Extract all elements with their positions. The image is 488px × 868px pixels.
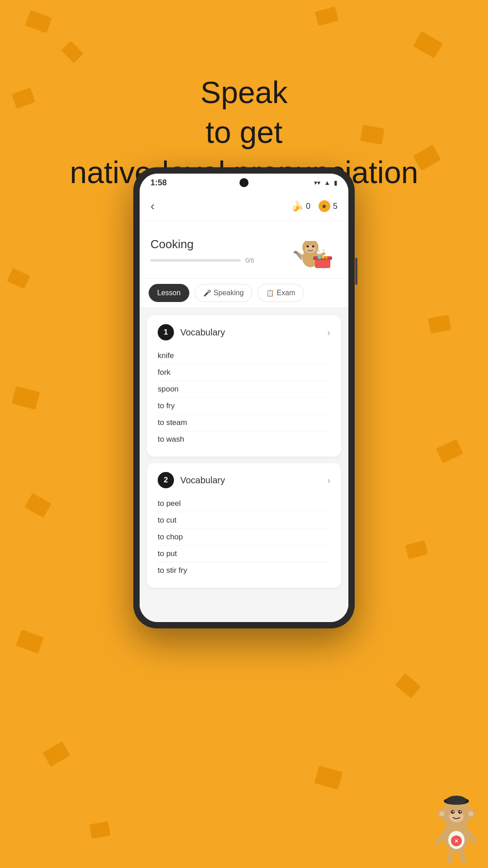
word-to-fry: to fry <box>158 398 330 415</box>
svg-point-13 <box>294 251 297 254</box>
word-to-wash: to wash <box>158 431 330 448</box>
scroll-content: 1 Vocabulary › knife fork spoon to fry t… <box>140 308 348 622</box>
word-to-put: to put <box>158 546 330 562</box>
course-mascot <box>288 230 338 271</box>
star-count: 5 <box>333 202 338 211</box>
course-title: Cooking <box>150 237 288 251</box>
word-to-chop: to chop <box>158 529 330 546</box>
word-to-steam: to steam <box>158 415 330 431</box>
svg-point-6 <box>307 245 309 248</box>
nav-coins: 🍌 0 ★ 5 <box>291 200 338 212</box>
confetti-piece <box>16 629 44 653</box>
course-header: Cooking 0/6 <box>140 221 348 278</box>
confetti-piece <box>428 315 451 333</box>
wifi-icon: ▾▾ <box>314 179 320 186</box>
confetti-piece <box>25 10 52 33</box>
signal-icon: ▲ <box>324 179 330 186</box>
chevron-right-2: › <box>327 475 330 486</box>
confetti-piece <box>436 439 464 463</box>
svg-point-26 <box>460 811 461 812</box>
confetti-piece <box>42 741 70 767</box>
hero-line2: to get <box>206 115 282 149</box>
svg-point-4 <box>306 233 315 239</box>
vocab-card-1-header: 1 Vocabulary › <box>158 324 330 340</box>
word-knife: knife <box>158 348 330 364</box>
star-counter: ★ 5 <box>319 200 338 212</box>
word-spoon: spoon <box>158 381 330 398</box>
top-nav: ‹ 🍌 0 ★ 5 <box>140 192 348 221</box>
vocab-words-2: to peel to cut to chop to put to stir fr… <box>158 495 330 579</box>
vocab-header-left-2: 2 Vocabulary <box>158 472 225 488</box>
tab-lesson[interactable]: Lesson <box>149 284 189 302</box>
svg-line-34 <box>461 850 464 861</box>
confetti-piece <box>7 268 30 289</box>
word-to-stir-fry: to stir fry <box>158 562 330 579</box>
course-info: Cooking 0/6 <box>150 237 288 264</box>
word-fork: fork <box>158 364 330 381</box>
phone-outer: 1:58 ▾▾ ▲ ▮ ‹ 🍌 0 <box>133 167 355 628</box>
tab-lesson-label: Lesson <box>157 289 181 297</box>
svg-point-15 <box>322 256 324 259</box>
app-content: ‹ 🍌 0 ★ 5 Cooking <box>140 192 348 622</box>
status-bar: 1:58 ▾▾ ▲ ▮ <box>140 174 348 192</box>
tab-exam-label: Exam <box>277 289 295 297</box>
tab-bar: Lesson 🎤 Speaking 📋 Exam <box>140 278 348 308</box>
vocab-label-1: Vocabulary <box>180 327 225 338</box>
tab-exam[interactable]: 📋 Exam <box>258 284 304 302</box>
tab-speaking-label: Speaking <box>214 289 244 297</box>
confetti-piece <box>413 31 443 58</box>
chevron-right-1: › <box>327 327 330 338</box>
banana-counter: 🍌 0 <box>291 200 310 212</box>
battery-icon: ▮ <box>334 179 338 186</box>
confetti-piece <box>395 673 421 698</box>
confetti-piece <box>12 386 40 410</box>
svg-point-28 <box>439 811 445 816</box>
phone-screen: 1:58 ▾▾ ▲ ▮ ‹ 🍌 0 <box>140 174 348 622</box>
vocab-words-1: knife fork spoon to fry to steam to wash <box>158 348 330 448</box>
vocab-num-1: 1 <box>158 324 174 340</box>
banana-icon: 🍌 <box>291 200 303 212</box>
progress-bar <box>150 259 241 262</box>
hero-line1: Speak <box>201 75 288 109</box>
svg-point-16 <box>325 256 328 259</box>
mascot-svg <box>288 230 338 271</box>
confetti-piece <box>61 41 83 63</box>
camera-notch <box>239 178 249 187</box>
vocab-card-2-header: 2 Vocabulary › <box>158 472 330 488</box>
phone-side-button <box>355 258 357 285</box>
svg-point-21 <box>446 796 466 805</box>
confetti-piece <box>314 766 343 790</box>
confetti-piece <box>24 493 52 518</box>
mic-icon: 🎤 <box>203 289 211 297</box>
progress-text: 0/6 <box>245 257 254 264</box>
status-time: 1:58 <box>150 178 167 188</box>
vocab-header-left-1: 1 Vocabulary <box>158 324 225 340</box>
vocab-card-1[interactable]: 1 Vocabulary › knife fork spoon to fry t… <box>147 315 341 457</box>
confetti-piece <box>89 821 111 839</box>
svg-line-33 <box>449 850 452 861</box>
phone-mockup: 1:58 ▾▾ ▲ ▮ ‹ 🍌 0 <box>133 167 355 628</box>
confetti-piece <box>315 7 339 26</box>
svg-line-31 <box>437 832 445 843</box>
vocab-card-2[interactable]: 2 Vocabulary › to peel to cut to chop to… <box>147 463 341 588</box>
exam-icon: 📋 <box>266 289 274 297</box>
star-coin-icon: ★ <box>319 200 330 212</box>
vocab-num-2: 2 <box>158 472 174 488</box>
word-to-peel: to peel <box>158 495 330 512</box>
back-button[interactable]: ‹ <box>150 199 155 213</box>
vocab-label-2: Vocabulary <box>180 475 225 486</box>
confetti-piece <box>405 540 428 559</box>
svg-point-30 <box>468 811 474 816</box>
svg-text:×: × <box>455 837 458 844</box>
banana-count: 0 <box>306 202 310 211</box>
svg-point-25 <box>453 811 454 812</box>
svg-point-22 <box>449 811 464 822</box>
bottom-monkey: × <box>429 773 483 863</box>
tab-speaking[interactable]: 🎤 Speaking <box>195 284 253 302</box>
svg-point-14 <box>318 255 321 259</box>
word-to-cut: to cut <box>158 512 330 529</box>
status-icons: ▾▾ ▲ ▮ <box>314 179 338 186</box>
progress-bar-wrap: 0/6 <box>150 257 288 264</box>
monkey-character-svg: × <box>429 773 483 863</box>
svg-point-7 <box>312 245 314 248</box>
